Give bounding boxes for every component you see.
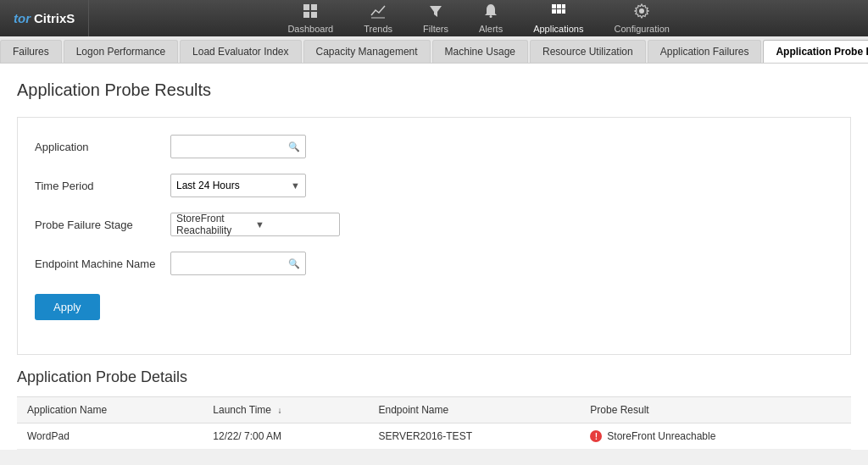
svg-rect-7 [552, 4, 556, 8]
probe-failure-stage-filter-row: Probe Failure Stage StoreFront Reachabil… [35, 213, 833, 236]
details-title: Application Probe Details [17, 368, 851, 386]
application-input[interactable] [176, 141, 288, 152]
svg-rect-2 [303, 12, 309, 18]
svg-rect-3 [311, 12, 317, 18]
svg-marker-5 [430, 6, 442, 17]
tab-resource-utilization[interactable]: Resource Utilization [530, 40, 646, 63]
brand-app-name: CitrixS [34, 11, 75, 25]
tab-failures[interactable]: Failures [0, 40, 62, 63]
dashboard-icon [303, 3, 318, 22]
svg-rect-6 [490, 15, 492, 18]
tab-application-failures[interactable]: Application Failures [648, 40, 762, 63]
tab-logon-performance[interactable]: Logon Performance [64, 40, 178, 63]
probe-details-table: Application Name Launch Time ↓ Endpoint … [17, 396, 851, 450]
svg-rect-9 [562, 4, 565, 8]
nav-item-dashboard[interactable]: Dashboard [272, 0, 348, 36]
endpoint-machine-name-input[interactable] [176, 257, 288, 269]
endpoint-machine-name-filter-row: Endpoint Machine Name 🔍 [35, 252, 833, 275]
svg-rect-8 [557, 4, 561, 8]
alerts-icon [483, 3, 498, 22]
nav-item-dashboard-label: Dashboard [287, 24, 333, 34]
nav-item-trends[interactable]: Trends [348, 0, 408, 36]
trends-icon [370, 3, 386, 22]
table-header-row: Application Name Launch Time ↓ Endpoint … [17, 397, 851, 423]
application-search-icon: 🔍 [288, 141, 300, 152]
application-label: Application [35, 141, 170, 153]
probe-result-error-icon: ! [590, 430, 602, 442]
nav-item-alerts-label: Alerts [479, 24, 503, 34]
endpoint-machine-name-input-wrapper: 🔍 [170, 252, 306, 275]
probe-result-text: StoreFront Unreachable [607, 430, 715, 442]
nav-item-applications[interactable]: Applications [518, 0, 598, 36]
endpoint-machine-name-label: Endpoint Machine Name [35, 257, 170, 270]
svg-rect-10 [552, 9, 556, 14]
svg-rect-12 [562, 9, 565, 14]
col-probe-result: Probe Result [580, 397, 851, 423]
table-row: WordPad 12/22/ 7:00 AM SERVER2016-TEST !… [17, 423, 851, 450]
nav-item-filters-label: Filters [423, 24, 448, 34]
tabs-bar: Failures Logon Performance Load Evaluato… [0, 36, 868, 64]
svg-point-13 [639, 8, 644, 14]
time-period-chevron-icon: ▼ [291, 180, 300, 191]
applications-icon [551, 3, 566, 22]
time-period-label: Time Period [35, 180, 170, 192]
col-launch-time[interactable]: Launch Time ↓ [203, 397, 368, 423]
nav-item-trends-label: Trends [364, 24, 392, 34]
top-navigation: tor CitrixS Dashboard Trends Filters Al [0, 0, 868, 36]
nav-items-container: Dashboard Trends Filters Alerts Applicat… [89, 0, 868, 36]
apply-button[interactable]: Apply [35, 294, 100, 320]
filter-section: Application 🔍 Time Period Last 24 Hours … [17, 117, 851, 355]
tab-machine-usage[interactable]: Machine Usage [432, 40, 528, 63]
probe-failure-stage-chevron-icon: ▼ [255, 219, 334, 230]
time-period-select[interactable]: Last 24 Hours Last 7 Days Last 30 Days [176, 180, 291, 191]
svg-rect-11 [557, 9, 561, 14]
nav-item-applications-label: Applications [533, 24, 583, 34]
tab-application-probe-results[interactable]: Application Probe Results [763, 40, 868, 63]
page-title: Application Probe Results [17, 80, 851, 100]
probe-failure-stage-label: Probe Failure Stage [35, 219, 170, 231]
launch-time-sort-icon: ↓ [277, 406, 281, 415]
nav-item-filters[interactable]: Filters [408, 0, 464, 36]
col-endpoint-name: Endpoint Name [368, 397, 580, 423]
endpoint-search-icon: 🔍 [288, 258, 300, 269]
probe-failure-stage-value: StoreFront Reachability [176, 213, 255, 236]
nav-item-configuration-label: Configuration [614, 24, 669, 34]
probe-failure-stage-dropdown[interactable]: StoreFront Reachability ▼ [170, 213, 340, 236]
details-section: Application Probe Details Application Na… [0, 355, 868, 450]
filters-icon [428, 3, 443, 22]
application-filter-row: Application 🔍 [35, 135, 833, 158]
time-period-select-wrapper: Last 24 Hours Last 7 Days Last 30 Days ▼ [170, 174, 306, 197]
tab-capacity-management[interactable]: Capacity Management [303, 40, 431, 63]
time-period-filter-row: Time Period Last 24 Hours Last 7 Days La… [35, 174, 833, 197]
probe-result-cell: ! StoreFront Unreachable [590, 430, 841, 442]
configuration-icon [634, 3, 649, 22]
cell-probe-result: ! StoreFront Unreachable [580, 423, 851, 450]
svg-rect-1 [311, 4, 317, 10]
application-input-wrapper: 🔍 [170, 135, 306, 158]
brand-logo-text: tor [14, 11, 31, 25]
cell-application-name: WordPad [17, 423, 203, 450]
tab-load-evaluator-index[interactable]: Load Evaluator Index [180, 40, 301, 63]
cell-launch-time: 12/22/ 7:00 AM [203, 423, 368, 450]
col-application-name: Application Name [17, 397, 203, 423]
svg-rect-0 [303, 4, 309, 10]
brand-logo: tor CitrixS [0, 0, 89, 36]
main-content: Application Probe Results Application 🔍 … [0, 64, 868, 355]
cell-endpoint-name: SERVER2016-TEST [368, 423, 580, 450]
nav-item-alerts[interactable]: Alerts [464, 0, 518, 36]
nav-item-configuration[interactable]: Configuration [598, 0, 684, 36]
